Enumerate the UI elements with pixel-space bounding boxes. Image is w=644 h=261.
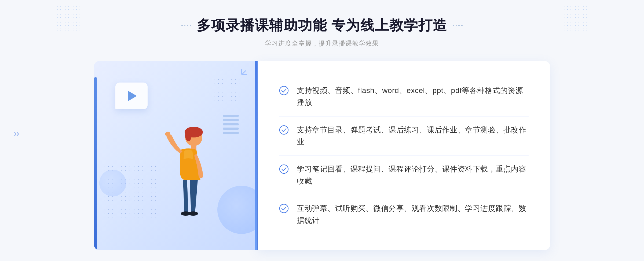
- dot-8: [461, 25, 463, 26]
- feature-item-2: 支持章节目录、弹题考试、课后练习、课后作业、章节测验、批改作业: [279, 117, 529, 156]
- stripe-5: [223, 132, 239, 134]
- stripe-decoration: [223, 115, 239, 147]
- feature-text-3: 学习笔记回看、课程提问、课程评论打分、课件资料下载，重点内容收藏: [297, 163, 529, 187]
- feature-text-1: 支持视频、音频、flash、word、excel、ppt、pdf等各种格式的资源…: [297, 85, 529, 109]
- page-container: » 多项录播课辅助功能 专为线上教学打造 学习进度全掌握，提升录播课教学效果: [0, 0, 644, 261]
- title-deco-right: [453, 25, 463, 26]
- content-section: 支持视频、音频、flash、word、excel、ppt、pdf等各种格式的资源…: [94, 61, 550, 250]
- feature-text-4: 互动弹幕、试听购买、微信分享、观看次数限制、学习进度跟踪、数据统计: [297, 203, 529, 227]
- svg-point-10: [280, 204, 288, 213]
- feature-item-3: 学习笔记回看、课程提问、课程评论打分、课件资料下载，重点内容收藏: [279, 156, 529, 195]
- title-deco-left: [181, 25, 191, 26]
- decorative-dots-top-left: [54, 5, 80, 32]
- features-panel: 支持视频、音频、flash、word、excel、ppt、pdf等各种格式的资源…: [258, 61, 550, 250]
- svg-point-8: [280, 126, 288, 134]
- svg-point-2: [185, 129, 192, 141]
- stripe-3: [223, 123, 239, 125]
- illus-dots-top-right: [212, 77, 244, 109]
- check-icon-3: [279, 164, 289, 174]
- stripe-1: [223, 115, 239, 117]
- check-icon-4: [279, 204, 289, 213]
- dot-5: [453, 25, 454, 26]
- beam-3: [241, 74, 247, 75]
- dot-1: [181, 25, 183, 26]
- svg-point-9: [280, 165, 288, 173]
- decorative-dots-top-right: [564, 5, 590, 32]
- feature-item-4: 互动弹幕、试听购买、微信分享、观看次数限制、学习进度跟踪、数据统计: [279, 195, 529, 234]
- dot-3: [187, 25, 188, 26]
- dot-2: [184, 25, 185, 26]
- person-figure: [153, 121, 223, 250]
- page-chevrons-left: »: [13, 128, 19, 139]
- stripe-4: [223, 128, 239, 130]
- subtitle: 学习进度全掌握，提升录播课教学效果: [181, 39, 463, 48]
- dot-4: [190, 25, 191, 26]
- header-section: 多项录播课辅助功能 专为线上教学打造 学习进度全掌握，提升录播课教学效果: [181, 16, 463, 48]
- play-bubble: [115, 83, 148, 109]
- svg-point-7: [280, 86, 288, 95]
- feature-item-1: 支持视频、音频、flash、word、excel、ppt、pdf等各种格式的资源…: [279, 77, 529, 117]
- illustration-area: [94, 61, 255, 250]
- title-row: 多项录播课辅助功能 专为线上教学打造: [181, 16, 463, 35]
- feature-text-2: 支持章节目录、弹题考试、课后练习、课后作业、章节测验、批改作业: [297, 124, 529, 148]
- svg-point-6: [188, 211, 198, 216]
- stripe-2: [223, 119, 239, 121]
- dot-6: [456, 25, 457, 26]
- chevron-icon-left: »: [13, 128, 19, 139]
- play-icon: [128, 91, 137, 101]
- light-beams: [236, 69, 247, 80]
- blue-vertical-bar: [94, 77, 97, 250]
- check-icon-1: [279, 86, 289, 95]
- main-title: 多项录播课辅助功能 专为线上教学打造: [197, 16, 447, 35]
- check-icon-2: [279, 125, 289, 135]
- circle-deco-small: [99, 170, 126, 196]
- dot-7: [458, 25, 460, 26]
